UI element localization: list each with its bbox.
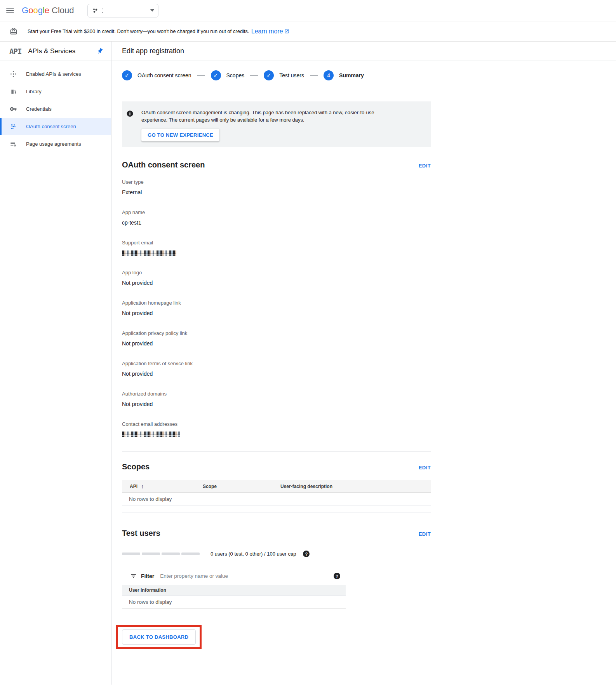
sidebar-item-oauth-consent-screen[interactable]: OAuth consent screen: [0, 118, 111, 135]
project-icon: [92, 7, 99, 14]
section-title: OAuth consent screen: [122, 160, 205, 169]
scopes-section: Scopes EDIT API ↑ Scope User-facing desc…: [122, 462, 616, 512]
learn-more-link[interactable]: Learn more: [251, 28, 289, 35]
back-to-dashboard-button[interactable]: BACK TO DASHBOARD: [122, 629, 196, 645]
field-label: Authorized domains: [122, 391, 616, 397]
go-to-new-experience-button[interactable]: GO TO NEW EXPERIENCE: [141, 129, 219, 141]
edit-consent-link[interactable]: EDIT: [419, 163, 431, 169]
step-connector: [250, 75, 258, 76]
sidebar-item-label: OAuth consent screen: [26, 124, 76, 129]
test-users-table: Filter ? User information No rows to dis…: [122, 567, 346, 609]
list-gear-icon: [9, 140, 17, 148]
scopes-table: API ↑ Scope User-facing description No r…: [122, 480, 431, 512]
chevron-down-icon: [150, 9, 154, 12]
column-header-description[interactable]: User-facing description: [280, 484, 431, 489]
filter-input[interactable]: [160, 573, 334, 579]
stepper: ✓ OAuth consent screen ✓ Scopes ✓ Test u…: [111, 61, 437, 90]
oauth-consent-section: OAuth consent screen EDIT User type Exte…: [122, 160, 616, 451]
edit-test-users-link[interactable]: EDIT: [419, 531, 431, 537]
step-scopes[interactable]: ✓ Scopes: [211, 70, 245, 80]
external-link-icon: [284, 29, 289, 34]
pin-icon[interactable]: [96, 47, 105, 56]
step-label: Test users: [279, 72, 304, 78]
step-connector: [310, 75, 318, 76]
key-icon: [9, 105, 17, 113]
user-cap-progress-bar: [122, 553, 201, 555]
compass-arrows-icon: [9, 70, 17, 78]
free-trial-banner: Start your Free Trial with $300 in credi…: [0, 21, 616, 42]
google-logo-letters: Google: [22, 5, 49, 16]
field-label: Application homepage link: [122, 300, 616, 306]
field-support-email: Support email: [122, 240, 616, 256]
menu-icon[interactable]: [6, 6, 14, 15]
top-bar: Google Cloud: [0, 0, 616, 21]
field-label: App logo: [122, 270, 616, 275]
sidebar-header: API APIs & Services: [0, 42, 111, 61]
field-value: External: [122, 189, 616, 195]
sidebar-nav: Enabled APIs & services Library Credenti…: [0, 61, 111, 153]
project-selector[interactable]: [87, 4, 158, 17]
step-complete-check-icon: ✓: [122, 70, 132, 80]
filter-icon: [130, 573, 137, 579]
sidebar-item-page-usage-agreements[interactable]: Page usage agreements: [0, 135, 111, 153]
library-icon: [9, 88, 17, 95]
user-cap-row: 0 users (0 test, 0 other) / 100 user cap…: [122, 551, 616, 557]
table-footer-row: [122, 506, 431, 512]
project-name-redacted: [102, 9, 103, 13]
field-app-name: App name cp-test1: [122, 209, 616, 226]
field-value: cp-test1: [122, 220, 616, 226]
step-complete-check-icon: ✓: [211, 70, 221, 80]
redacted-contact-email: [122, 431, 180, 437]
sidebar-item-library[interactable]: Library: [0, 83, 111, 100]
google-cloud-logo[interactable]: Google Cloud: [22, 5, 74, 16]
field-value: Not provided: [122, 280, 616, 286]
help-icon[interactable]: ?: [303, 551, 310, 557]
sidebar-item-label: Library: [26, 89, 42, 94]
edit-scopes-link[interactable]: EDIT: [419, 465, 431, 471]
section-title: Scopes: [122, 462, 150, 471]
field-value: Not provided: [122, 310, 616, 316]
sidebar-item-enabled-apis[interactable]: Enabled APIs & services: [0, 65, 111, 83]
cloud-logo-text: Cloud: [52, 5, 74, 16]
page-title-row: Edit app registration: [111, 42, 616, 61]
column-label: API: [130, 484, 137, 489]
step-oauth-consent-screen[interactable]: ✓ OAuth consent screen: [122, 70, 191, 80]
notice-text: OAuth consent screen management is chang…: [141, 109, 401, 124]
help-icon[interactable]: ?: [334, 573, 340, 579]
step-test-users[interactable]: ✓ Test users: [264, 70, 304, 80]
main-content: Edit app registration ✓ OAuth consent sc…: [111, 42, 616, 685]
field-user-type: User type External: [122, 179, 616, 195]
step-label: Scopes: [226, 72, 245, 78]
field-terms-of-service-link: Application terms of service link Not pr…: [122, 361, 616, 377]
field-label: User type: [122, 179, 616, 185]
test-users-empty-row: No rows to display: [122, 595, 346, 609]
column-header-api[interactable]: API ↑: [122, 483, 203, 490]
scopes-empty-row: No rows to display: [122, 493, 431, 506]
sort-ascending-icon: ↑: [141, 483, 144, 490]
filter-label: Filter: [141, 573, 154, 579]
section-title: Test users: [122, 529, 160, 538]
sidebar-item-label: Credentials: [26, 106, 52, 112]
filter-row: Filter ?: [122, 567, 346, 585]
sidebar: API APIs & Services Enabled APIs & servi…: [0, 42, 111, 685]
info-icon: [126, 110, 134, 117]
step-label: Summary: [339, 72, 364, 78]
step-complete-check-icon: ✓: [264, 70, 274, 80]
free-trial-text: Start your Free Trial with $300 in credi…: [28, 28, 249, 34]
api-logo: API: [9, 47, 21, 56]
consent-dots-icon: [9, 123, 17, 130]
field-value: Not provided: [122, 371, 616, 377]
column-header-scope[interactable]: Scope: [203, 484, 280, 489]
step-summary[interactable]: 4 Summary: [324, 70, 364, 80]
user-information-header: User information: [122, 585, 346, 595]
sidebar-item-label: Enabled APIs & services: [26, 71, 81, 77]
field-value: Not provided: [122, 340, 616, 347]
field-value: Not provided: [122, 401, 616, 407]
sidebar-item-credentials[interactable]: Credentials: [0, 100, 111, 118]
test-users-section: Test users EDIT 0 users (0 test, 0 other…: [122, 529, 616, 609]
sidebar-item-label: Page usage agreements: [26, 141, 81, 147]
sidebar-title: APIs & Services: [28, 47, 75, 55]
red-annotation-box: BACK TO DASHBOARD: [116, 625, 202, 649]
gift-icon: [10, 28, 17, 35]
field-contact-emails: Contact email addresses: [122, 421, 616, 437]
